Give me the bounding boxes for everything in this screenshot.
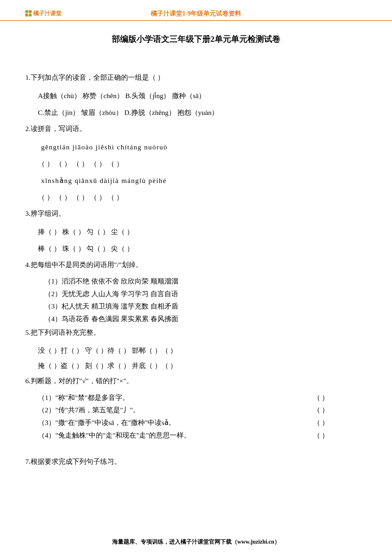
q5-line2: 掩（ ）盗（ ） 刻（ ）求（ ） 井底（ ）（ ）	[25, 358, 367, 373]
q6-item2-text: （2）"传"共7画，第五笔是"丿"。	[38, 404, 140, 416]
q6-item2: （2）"传"共7画，第五笔是"丿"。 （ ）	[25, 404, 367, 416]
q4-group1: （1）滔滔不绝 依依不舍 欣欣向荣 顺顺溜溜	[25, 275, 367, 288]
q2-pinyin-row1: gēngtián jiāoào jiěshì chítáng nuòruò	[25, 139, 367, 156]
q6-item1-blank: （ ）	[313, 391, 329, 404]
page-header: 橘子汁课堂 橘子汁课堂1-9年级单元试卷资料	[0, 0, 392, 21]
content: 部编版小学语文三年级下册2单元单元检测试卷 1.下列加点字的读音，全部正确的一组…	[0, 21, 392, 478]
q3-stem: 3.辨字组词。	[25, 206, 367, 221]
q2-stem: 2.读拼音，写词语。	[25, 121, 367, 136]
q4-stem: 4.把每组中不是同类的词语用"/"划掉。	[25, 257, 367, 272]
q3-line1: 捧（ ） 株（ ） 匀（ ） 尘（ ）	[25, 224, 367, 240]
q1-option-a-b: A接触（chù） 称赞（chēn） B.头颈（jǐng） 撒种（sā）	[25, 88, 367, 104]
q7-stem: 7.根据要求完成下列句子练习。	[25, 454, 367, 469]
q6-item1-text: （1）"称"和"禁"都是多音字。	[38, 391, 129, 404]
q4-group3: （3）杞人忧天 精卫填海 滥竽充数 自相矛盾	[25, 300, 367, 313]
q6-item4-text: （4）"兔走触株"中的"走"和现在"走"的意思一样。	[38, 429, 191, 442]
q6-item3: （3）"撒"在"撒手"中读sā，在"撒种"中读sǎ。 （ ）	[25, 416, 367, 429]
q1-option-c-d: C.禁止（jìn） 皱眉（zhòu） D.挣脱（zhēng） 抱怨（yuàn）	[25, 104, 367, 121]
q6-item3-text: （3）"撒"在"撒手"中读sā，在"撒种"中读sǎ。	[38, 416, 175, 429]
logo: 橘子汁课堂	[25, 9, 62, 17]
q6-item4: （4）"兔走触株"中的"走"和现在"走"的意思一样。 （ ）	[25, 429, 367, 442]
q5-stem: 5.把下列词语补充完整。	[25, 325, 367, 340]
q2-pinyin-row2: xīnshǎng qiānxū dàijià mánglù pèihé	[25, 172, 367, 189]
q3-line2: 棒（ ） 珠（ ） 勾（ ） 尖（ ）	[25, 240, 367, 257]
q6-item1: （1）"称"和"禁"都是多音字。 （ ）	[25, 391, 367, 404]
document-title: 部编版小学语文三年级下册2单元单元检测试卷	[25, 34, 367, 45]
q4-group2: （2）无忧无虑 人山人海 学习学习 自言自语	[25, 288, 367, 300]
q5-line1: 没（ ）打（ ） 守（ ）待（ ） 邯郸（ ）（ ）	[25, 343, 367, 358]
q6-stem: 6.判断题，对的打"√"，错的打"×"。	[25, 373, 367, 389]
page-footer: 海量题库、专项训练，进入橘子汁课堂官网下载（www.juzizhi.cn）	[0, 538, 392, 546]
q6-item2-blank: （ ）	[313, 404, 329, 416]
header-title: 橘子汁课堂1-9年级单元试卷资料	[151, 9, 242, 18]
logo-icon	[25, 10, 32, 16]
q4-group4: （4）鸟语花香 春色满园 果实累累 春风拂面	[25, 313, 367, 325]
q1-stem: 1.下列加点字的读音，全部正确的一组是（ ）	[25, 70, 367, 85]
q6-item4-blank: （ ）	[313, 429, 329, 442]
q6-item3-blank: （ ）	[313, 416, 329, 429]
logo-text: 橘子汁课堂	[33, 9, 62, 17]
q2-blank-row2: （ ） （ ） （ ） （ ） （ ）	[25, 189, 367, 206]
q2-blank-row1: （ ） （ ） （ ） （ ） （ ）	[25, 156, 367, 172]
